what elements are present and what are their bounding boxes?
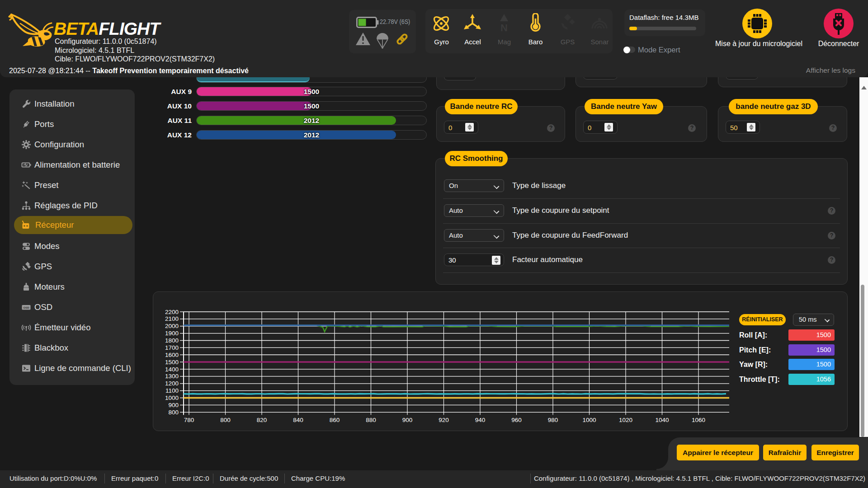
svg-text:1000: 1000 [165,394,179,401]
svg-text:860: 860 [330,417,340,423]
svg-text:780: 780 [184,417,194,423]
svg-text:1700: 1700 [165,344,179,351]
svg-text:1600: 1600 [165,352,179,358]
svg-text:1500: 1500 [165,359,179,366]
svg-text:2100: 2100 [165,315,179,322]
svg-text:2200: 2200 [165,309,179,315]
svg-text:1000: 1000 [582,417,596,423]
svg-text:1900: 1900 [165,330,179,337]
svg-text:1400: 1400 [165,366,179,373]
svg-text:1040: 1040 [655,417,669,423]
svg-text:1100: 1100 [165,387,179,394]
svg-text:920: 920 [439,417,449,423]
svg-text:1800: 1800 [165,337,179,344]
svg-text:820: 820 [257,417,267,423]
svg-text:900: 900 [402,417,413,423]
svg-text:1060: 1060 [692,417,705,423]
svg-text:940: 940 [475,417,486,423]
svg-text:960: 960 [511,417,522,423]
svg-text:800: 800 [220,417,231,423]
svg-text:980: 980 [548,417,558,423]
svg-text:1020: 1020 [619,417,632,423]
svg-text:1300: 1300 [165,373,179,380]
svg-text:OSD: OSD [23,306,29,309]
svg-text:1200: 1200 [165,380,179,387]
svg-text:900: 900 [168,402,179,408]
svg-text:2000: 2000 [165,323,179,329]
svg-text:800: 800 [168,409,179,416]
svg-text:840: 840 [293,417,303,423]
svg-text:N: N [500,22,508,33]
svg-text:880: 880 [366,417,376,423]
